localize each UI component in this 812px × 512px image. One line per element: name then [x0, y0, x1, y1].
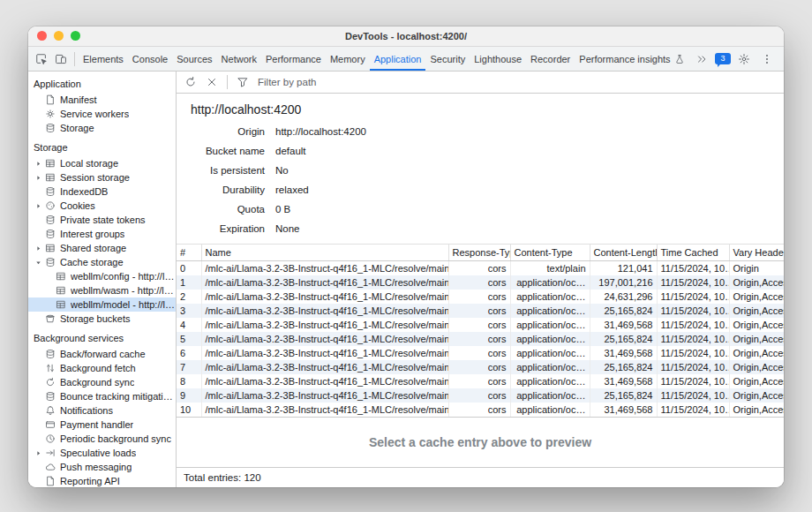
- expand-arrow-icon[interactable]: [34, 174, 42, 182]
- tab-memory[interactable]: Memory: [326, 47, 370, 71]
- cell-content-type: application/oc…: [510, 388, 590, 403]
- sidebar-item-local-storage[interactable]: Local storage: [28, 156, 176, 170]
- column-header-vary-header[interactable]: Vary Header: [729, 245, 784, 261]
- sidebar-item-background-fetch[interactable]: Background fetch: [28, 361, 176, 375]
- cell-vary: Origin,Access…: [729, 304, 784, 318]
- sidebar-item-session-storage[interactable]: Session storage: [28, 170, 176, 184]
- column-header-content-length[interactable]: Content-Length: [590, 245, 657, 261]
- cell-content-length: 121,041: [590, 261, 657, 276]
- cache-entry-row[interactable]: 10/mlc-ai/Llama-3.2-3B-Instruct-q4f16_1-…: [177, 403, 784, 417]
- sidebar-item-cookies[interactable]: Cookies: [28, 199, 176, 213]
- sidebar-item-payment-handler[interactable]: Payment handler: [28, 418, 176, 432]
- sidebar-item-interest-groups[interactable]: Interest groups: [28, 227, 176, 241]
- tab-lighthouse[interactable]: Lighthouse: [470, 47, 526, 71]
- cell-content-type: application/oc…: [510, 318, 590, 332]
- cache-entry-row[interactable]: 6/mlc-ai/Llama-3.2-3B-Instruct-q4f16_1-M…: [177, 346, 784, 360]
- sidebar-item-storage-buckets[interactable]: Storage buckets: [28, 312, 176, 326]
- devtools-content: ApplicationManifestService workersStorag…: [28, 72, 784, 487]
- expand-arrow-icon[interactable]: [34, 449, 42, 457]
- cache-entry-row[interactable]: 9/mlc-ai/Llama-3.2-3B-Instruct-q4f16_1-M…: [177, 388, 784, 403]
- sidebar-item-speculative-loads[interactable]: Speculative loads: [28, 446, 176, 460]
- sidebar-section-title: Storage: [28, 135, 176, 156]
- column-header-response-type[interactable]: Response-Type: [448, 245, 510, 261]
- sidebar-item-service-workers[interactable]: Service workers: [28, 107, 176, 121]
- more-tabs-chevron-icon[interactable]: [692, 49, 711, 69]
- filter-by-path-input[interactable]: [256, 76, 454, 88]
- sidebar-item-bounce-tracking-mitigations[interactable]: Bounce tracking mitigations: [28, 389, 176, 403]
- cell-index: 10: [177, 403, 201, 417]
- sidebar-item-label: Speculative loads: [60, 448, 136, 458]
- detail-row-quota: Quota0 B: [191, 200, 784, 219]
- inspect-element-icon[interactable]: [32, 49, 51, 69]
- sidebar-item-reporting-api[interactable]: Reporting API: [28, 474, 176, 487]
- sidebar-item-webllm-config-http-loc[interactable]: webllm/config - http://loc...: [28, 269, 176, 283]
- tab-recorder[interactable]: Recorder: [526, 47, 575, 71]
- sidebar-item-indexeddb[interactable]: IndexedDB: [28, 184, 176, 199]
- cell-content-length: 25,165,824: [590, 360, 657, 374]
- cache-entry-row[interactable]: 1/mlc-ai/Llama-3.2-3B-Instruct-q4f16_1-M…: [177, 275, 784, 290]
- expand-arrow-icon[interactable]: [34, 160, 42, 168]
- cell-time-cached: 11/15/2024, 10…: [657, 388, 729, 403]
- cell-content-type: text/plain: [510, 261, 590, 276]
- sidebar-item-webllm-model-http-loc[interactable]: webllm/model - http://loc...: [28, 297, 176, 312]
- zoom-window-button[interactable]: [71, 31, 80, 41]
- cache-entry-row[interactable]: 5/mlc-ai/Llama-3.2-3B-Instruct-q4f16_1-M…: [177, 332, 784, 346]
- delete-selected-icon[interactable]: [202, 72, 222, 92]
- tab-performance-insights[interactable]: Performance insights: [575, 47, 688, 71]
- tab-application[interactable]: Application: [370, 47, 426, 71]
- tab-label: Performance insights: [579, 54, 670, 64]
- cell-content-type: application/oc…: [510, 374, 590, 388]
- tab-sources[interactable]: Sources: [172, 47, 216, 71]
- sidebar-item-back-forward-cache[interactable]: Back/forward cache: [28, 347, 176, 361]
- cache-entry-row[interactable]: 4/mlc-ai/Llama-3.2-3B-Instruct-q4f16_1-M…: [177, 318, 784, 332]
- tab-network[interactable]: Network: [217, 47, 261, 71]
- cell-name: /mlc-ai/Llama-3.2-3B-Instruct-q4f16_1-ML…: [201, 290, 448, 304]
- column-header-time-cached[interactable]: Time Cached: [657, 245, 729, 261]
- column-header-[interactable]: #: [177, 245, 201, 261]
- collapse-arrow-icon[interactable]: [34, 259, 42, 267]
- column-header-content-type[interactable]: Content-Type: [510, 245, 590, 261]
- sidebar-item-shared-storage[interactable]: Shared storage: [28, 241, 176, 255]
- expand-arrow-icon[interactable]: [34, 245, 42, 252]
- cell-response-type: cors: [448, 290, 510, 304]
- cache-entry-row[interactable]: 2/mlc-ai/Llama-3.2-3B-Instruct-q4f16_1-M…: [177, 290, 784, 304]
- cell-index: 7: [177, 360, 201, 374]
- sidebar-item-label: IndexedDB: [60, 186, 108, 197]
- settings-gear-icon[interactable]: [734, 49, 754, 69]
- cache-entry-row[interactable]: 8/mlc-ai/Llama-3.2-3B-Instruct-q4f16_1-M…: [177, 374, 784, 388]
- tab-performance[interactable]: Performance: [261, 47, 326, 71]
- refresh-icon[interactable]: [181, 72, 200, 92]
- sidebar-item-background-sync[interactable]: Background sync: [28, 375, 176, 389]
- column-header-name[interactable]: Name: [201, 245, 448, 261]
- cell-content-type: application/oc…: [510, 275, 590, 290]
- cell-response-type: cors: [448, 304, 510, 318]
- cell-name: /mlc-ai/Llama-3.2-3B-Instruct-q4f16_1-ML…: [201, 346, 448, 360]
- sidebar-item-periodic-background-sync[interactable]: Periodic background sync: [28, 432, 176, 446]
- sidebar-item-webllm-wasm-http-loca[interactable]: webllm/wasm - http://loca...: [28, 283, 176, 297]
- cache-entry-row[interactable]: 0/mlc-ai/Llama-3.2-3B-Instruct-q4f16_1-M…: [177, 261, 784, 276]
- cell-response-type: cors: [448, 388, 510, 403]
- sidebar-item-storage[interactable]: Storage: [28, 121, 176, 135]
- sidebar-item-private-state-tokens[interactable]: Private state tokens: [28, 213, 176, 227]
- messages-icon[interactable]: 3: [715, 53, 731, 64]
- device-toolbar-icon[interactable]: [51, 49, 71, 69]
- tab-console[interactable]: Console: [128, 47, 172, 71]
- cell-time-cached: 11/15/2024, 10…: [657, 332, 729, 346]
- sidebar-item-manifest[interactable]: Manifest: [28, 93, 176, 107]
- table-icon: [55, 299, 66, 310]
- cache-entry-row[interactable]: 7/mlc-ai/Llama-3.2-3B-Instruct-q4f16_1-M…: [177, 360, 784, 374]
- sidebar-item-notifications[interactable]: Notifications: [28, 403, 176, 418]
- sidebar-item-cache-storage[interactable]: Cache storage: [28, 255, 176, 269]
- minimize-window-button[interactable]: [54, 31, 64, 41]
- tab-security[interactable]: Security: [425, 47, 470, 71]
- sidebar-item-push-messaging[interactable]: Push messaging: [28, 460, 176, 474]
- table-body: 0/mlc-ai/Llama-3.2-3B-Instruct-q4f16_1-M…: [177, 261, 784, 418]
- more-options-icon[interactable]: [757, 49, 777, 69]
- tab-elements[interactable]: Elements: [79, 47, 128, 71]
- expand-arrow-icon[interactable]: [34, 202, 42, 210]
- close-window-button[interactable]: [37, 31, 47, 41]
- tab-label: Performance: [266, 54, 321, 64]
- cache-entry-row[interactable]: 3/mlc-ai/Llama-3.2-3B-Instruct-q4f16_1-M…: [177, 304, 784, 318]
- cell-vary: Origin,Access…: [729, 374, 784, 388]
- speculative-icon: [44, 448, 56, 458]
